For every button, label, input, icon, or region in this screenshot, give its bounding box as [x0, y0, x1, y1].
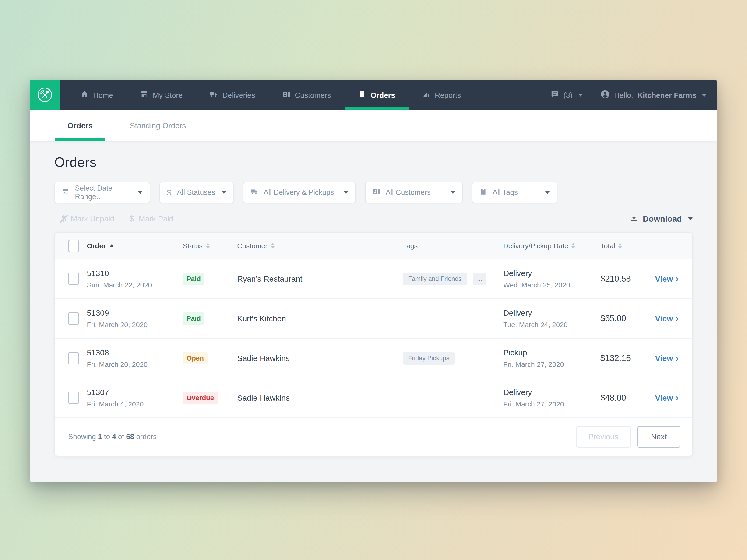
row-checkbox[interactable] [68, 272, 79, 285]
nav-label: Reports [435, 91, 461, 100]
order-total: $48.00 [600, 393, 652, 403]
dollar-icon: $ [129, 215, 134, 223]
mark-unpaid-button[interactable]: $ Mark Unpaid [61, 214, 114, 223]
total-count: 68 [126, 433, 134, 441]
column-label: Total [600, 242, 615, 250]
chevron-down-icon [138, 191, 143, 194]
tags-filter[interactable]: All Tags [472, 182, 557, 203]
order-total: $65.00 [600, 314, 652, 323]
range-end: 4 [112, 433, 116, 441]
nav-my-store[interactable]: My Store [127, 80, 196, 110]
sort-icon [571, 243, 575, 248]
fulfillment-date: Fri. March 27, 2020 [503, 361, 600, 368]
row-checkbox[interactable] [68, 312, 79, 325]
view-order-link[interactable]: View › [652, 274, 678, 284]
select-all-checkbox[interactable] [68, 240, 79, 252]
filter-label: All Customers [386, 188, 431, 197]
chevron-down-icon [344, 191, 348, 194]
download-icon [630, 214, 638, 224]
column-header-customer[interactable]: Customer [237, 242, 403, 250]
column-header-total[interactable]: Total [600, 242, 652, 250]
previous-page-button[interactable]: Previous [576, 426, 631, 448]
bookmark-icon [480, 188, 487, 197]
more-tags-pill[interactable]: ... [473, 272, 487, 285]
app-window: Home My Store Deliveries [30, 80, 717, 482]
sort-icon [271, 243, 275, 248]
chevron-right-icon: › [675, 315, 678, 322]
customers-filter[interactable]: All Customers [365, 182, 463, 203]
results-summary: Showing 1 to 4 of 68 orders [68, 433, 157, 441]
sort-ascending-icon [109, 244, 114, 247]
column-header-order[interactable]: Order [87, 242, 183, 250]
chevron-right-icon: › [675, 355, 678, 362]
tab-standing-orders[interactable]: Standing Orders [118, 110, 198, 141]
nav-label: My Store [153, 91, 183, 100]
view-order-link[interactable]: View › [652, 354, 678, 363]
bulk-actions: $ Mark Unpaid $ Mark Paid [54, 214, 174, 223]
order-number: 51309 [87, 309, 183, 318]
greeting-text: Hello, [614, 91, 633, 100]
tag-pill: Family and Friends [403, 272, 467, 285]
table-row: 51309 Fri. March 20, 2020 Paid Kurt’s Ki… [55, 299, 692, 339]
range-start: 1 [98, 433, 102, 441]
date-range-filter[interactable]: Select Date Range.. [54, 182, 150, 203]
status-badge: Paid [183, 273, 205, 285]
nav-home[interactable]: Home [67, 80, 127, 110]
customer-name: Kurt’s Kitchen [237, 314, 403, 323]
row-checkbox[interactable] [68, 352, 79, 365]
chart-icon [422, 90, 430, 100]
nav-label: Deliveries [222, 91, 255, 100]
messages-menu[interactable]: (3) [550, 90, 583, 101]
nav-deliveries[interactable]: Deliveries [196, 80, 268, 110]
table-actions-row: $ Mark Unpaid $ Mark Paid Download [54, 214, 693, 224]
id-card-icon [282, 90, 290, 100]
tab-label: Standing Orders [130, 121, 186, 130]
nav-customers[interactable]: Customers [269, 80, 344, 110]
column-header-status[interactable]: Status [183, 242, 237, 250]
column-label: Order [87, 242, 106, 250]
filter-label: All Tags [493, 188, 518, 197]
delivery-pickup-filter[interactable]: All Delivery & Pickups [243, 182, 356, 203]
view-order-link[interactable]: View › [652, 393, 678, 402]
status-badge: Overdue [183, 392, 218, 404]
navbar-right: (3) Hello, Kitchener Farms [550, 80, 717, 110]
account-menu[interactable]: Hello, Kitchener Farms [600, 89, 706, 101]
nav-orders[interactable]: Orders [344, 80, 409, 110]
truck-icon [210, 90, 217, 100]
receipt-icon [358, 90, 366, 100]
next-page-button[interactable]: Next [637, 426, 680, 448]
mark-paid-button[interactable]: $ Mark Paid [129, 214, 174, 223]
chevron-down-icon [702, 94, 706, 97]
order-date: Sun. March 22, 2020 [87, 281, 183, 289]
row-checkbox[interactable] [68, 392, 79, 404]
view-order-link[interactable]: View › [652, 314, 678, 323]
customer-name: Sadie Hawkins [237, 393, 403, 402]
column-header-date[interactable]: Delivery/Pickup Date [503, 242, 600, 250]
button-label: Download [643, 214, 682, 223]
id-card-icon [372, 188, 380, 197]
customer-name: Sadie Hawkins [237, 354, 403, 363]
page-title: Orders [54, 154, 693, 170]
truck-icon [251, 188, 258, 197]
chevron-down-icon [222, 191, 226, 194]
page-content: Orders Select Date Range.. $ All Statuse… [30, 141, 717, 456]
brand-logo[interactable] [30, 80, 60, 110]
top-navbar: Home My Store Deliveries [30, 80, 717, 110]
view-label: View [655, 314, 673, 323]
chevron-right-icon: › [675, 394, 678, 401]
fulfillment-date: Tue. March 24, 2020 [503, 321, 600, 329]
order-date: Fri. March 4, 2020 [87, 400, 183, 408]
button-label: Mark Paid [139, 214, 174, 223]
order-total: $210.58 [600, 274, 652, 284]
view-label: View [655, 274, 673, 284]
chevron-right-icon: › [675, 275, 678, 282]
nav-label: Home [93, 91, 113, 100]
sort-icon [206, 243, 210, 248]
table-row: 51310 Sun. March 22, 2020 Paid Ryan’s Re… [55, 259, 692, 299]
account-name: Kitchener Farms [637, 91, 696, 100]
download-button[interactable]: Download [630, 214, 693, 224]
nav-reports[interactable]: Reports [409, 80, 474, 110]
dollar-icon: $ [167, 189, 171, 196]
status-filter[interactable]: $ All Statuses [159, 182, 234, 203]
tab-orders[interactable]: Orders [55, 110, 105, 141]
